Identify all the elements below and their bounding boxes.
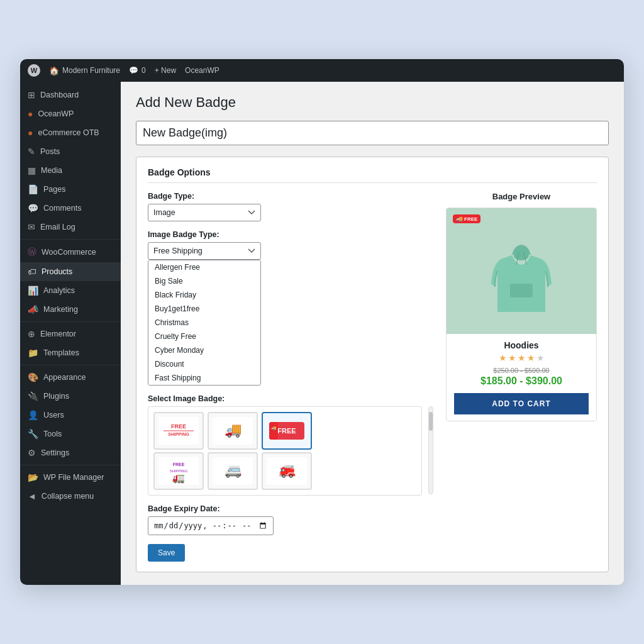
sidebar-item-marketing[interactable]: 📣 Marketing <box>20 300 121 319</box>
expiry-date-input[interactable] <box>148 516 274 535</box>
sidebar-item-woocommerce[interactable]: Ⓦ WooCommerce <box>20 242 121 262</box>
sidebar-item-media[interactable]: ▦ Media <box>20 161 121 180</box>
sidebar-item-tools[interactable]: 🔧 Tools <box>20 425 121 443</box>
star-2: ★ <box>508 353 516 363</box>
screen-wrapper: W 🏠 Modern Furniture 💬 0 + New OceanWP ⊞… <box>20 59 624 585</box>
posts-icon: ✎ <box>28 147 35 157</box>
star-1: ★ <box>499 353 507 363</box>
ecommerce-icon: ● <box>28 128 33 138</box>
site-name: Modern Furniture <box>62 66 120 75</box>
sidebar-item-users[interactable]: 👤 Users <box>20 406 121 425</box>
sidebar-item-ecommerce[interactable]: ● eCommerce OTB <box>20 123 121 142</box>
badge-option-6[interactable]: 🚒 <box>262 452 312 490</box>
svg-text:FREE: FREE <box>171 423 186 430</box>
svg-text:🚐: 🚐 <box>225 462 242 479</box>
media-icon: ▦ <box>28 165 36 175</box>
sidebar-label-pages: Pages <box>43 185 65 194</box>
dropdown-item-blackfriday[interactable]: Black Friday <box>148 288 260 302</box>
sidebar-item-appearance[interactable]: 🎨 Appearance <box>20 368 121 387</box>
page-title: Add New Badge <box>136 94 609 111</box>
dropdown-item-allergen[interactable]: Allergen Free <box>148 260 260 274</box>
price-new: $185.00 - $390.00 <box>454 375 589 387</box>
oceanwp-icon: ● <box>28 109 33 119</box>
image-badge-row-2: FREE SHIPPING 🚛 <box>153 452 416 490</box>
wp-logo-icon: W <box>28 64 40 77</box>
sidebar-label-collapse: Collapse menu <box>42 492 94 501</box>
badge-option-4[interactable]: FREE SHIPPING 🚛 <box>153 452 204 490</box>
badge-option-3[interactable]: FREE 🚚 <box>262 412 312 450</box>
sidebar-label-users: Users <box>43 411 64 419</box>
theme-label: OceanWP <box>185 66 219 75</box>
dropdown-item-fastshipping[interactable]: Fast Shipping <box>148 371 260 385</box>
dropdown-item-discount[interactable]: Discount <box>148 357 260 371</box>
sidebar-item-posts[interactable]: ✎ Posts <box>20 142 121 161</box>
badge-preview-title: Badge Preview <box>446 192 597 201</box>
sidebar-label-ecommerce: eCommerce OTB <box>38 128 99 137</box>
sidebar-item-wpfilemanager[interactable]: 📂 WP File Manager <box>20 468 121 487</box>
image-badge-type-row: Image Badge Type: Free Shipping Allergen… <box>148 230 433 386</box>
sidebar-item-elementor[interactable]: ⊕ Elementor <box>20 325 121 343</box>
svg-text:🚛: 🚛 <box>172 472 185 484</box>
dropdown-item-bigsale[interactable]: Big Sale <box>148 274 260 288</box>
sidebar-item-emaillog[interactable]: ✉ Email Log <box>20 218 121 236</box>
site-name-link[interactable]: 🏠 Modern Furniture <box>49 66 120 75</box>
appearance-icon: 🎨 <box>28 372 38 382</box>
badge-option-1[interactable]: FREE SHIPPING <box>153 412 204 450</box>
image-badge-type-select[interactable]: Free Shipping <box>148 242 261 260</box>
sidebar-label-dashboard: Dashboard <box>40 91 79 99</box>
wp-logo-link[interactable]: W <box>28 64 40 77</box>
sidebar-label-comments: Comments <box>43 204 81 213</box>
preview-badge: 🚚 FREE <box>453 214 480 223</box>
badge-type-select[interactable]: Image Text <box>148 204 261 221</box>
badge-option-2[interactable]: 🚚 <box>208 412 258 450</box>
image-badge-row-1: FREE SHIPPING <box>153 412 416 450</box>
sidebar-item-products[interactable]: 🏷 Products <box>20 262 121 281</box>
sidebar-item-oceanwp[interactable]: ● OceanWP <box>20 104 121 123</box>
sidebar-label-plugins: Plugins <box>43 392 69 401</box>
scroll-thumb <box>429 412 433 431</box>
image-badge-type-label: Image Badge Type: <box>148 230 433 239</box>
badge-option-5[interactable]: 🚐 <box>208 452 258 490</box>
sidebar-item-plugins[interactable]: 🔌 Plugins <box>20 387 121 406</box>
settings-icon: ⚙ <box>28 448 36 458</box>
comments-link[interactable]: 💬 0 <box>129 66 146 75</box>
dropdown-list[interactable]: Allergen Free Big Sale Black Friday Buy1… <box>148 260 261 386</box>
sidebar-divider-2 <box>20 321 121 322</box>
add-to-cart-button[interactable]: ADD TO CART <box>454 393 589 414</box>
image-scroll-bar[interactable] <box>428 406 433 494</box>
dropdown-item-fathersday[interactable]: Fathers Day <box>148 385 260 386</box>
star-3: ★ <box>518 353 526 363</box>
sidebar-divider-4 <box>20 465 121 465</box>
templates-icon: 📁 <box>28 348 38 358</box>
sidebar-item-dashboard[interactable]: ⊞ Dashboard <box>20 86 121 104</box>
pages-icon: 📄 <box>28 184 38 194</box>
new-link[interactable]: + New <box>155 66 176 75</box>
preview-badge-text: FREE <box>464 216 477 222</box>
star-5: ★ <box>536 353 545 363</box>
product-preview-card: 🚚 FREE <box>446 208 597 421</box>
sidebar-item-templates[interactable]: 📁 Templates <box>20 343 121 362</box>
sidebar-item-collapse[interactable]: ◄ Collapse menu <box>20 487 121 506</box>
svg-rect-20 <box>510 284 533 297</box>
product-preview-image: 🚚 FREE <box>447 208 596 334</box>
dropdown-item-buy1get1[interactable]: Buy1get1free <box>148 302 260 316</box>
dropdown-item-christmas[interactable]: Christmas <box>148 316 260 330</box>
sidebar-label-templates: Templates <box>43 348 79 357</box>
sidebar-item-pages[interactable]: 📄 Pages <box>20 180 121 199</box>
sidebar-divider-3 <box>20 365 121 365</box>
new-label: + New <box>155 66 176 75</box>
theme-link[interactable]: OceanWP <box>185 66 219 75</box>
svg-text:FREE: FREE <box>277 427 296 435</box>
save-button[interactable]: Save <box>148 544 185 562</box>
dropdown-item-cybermonday[interactable]: Cyber Monday <box>148 343 260 357</box>
expiry-row: Badge Expiry Date: <box>148 504 433 535</box>
badge-name-input[interactable] <box>136 121 609 145</box>
sidebar-label-emaillog: Email Log <box>40 223 75 231</box>
sidebar-item-settings[interactable]: ⚙ Settings <box>20 443 121 462</box>
tools-icon: 🔧 <box>28 429 38 439</box>
dropdown-item-crueltyfree[interactable]: Cruelty Free <box>148 330 260 343</box>
image-badge-grid: FREE SHIPPING <box>153 412 416 490</box>
sidebar-item-comments[interactable]: 💬 Comments <box>20 199 121 218</box>
comment-count: 0 <box>142 66 146 75</box>
sidebar-item-analytics[interactable]: 📊 Analytics <box>20 281 121 300</box>
